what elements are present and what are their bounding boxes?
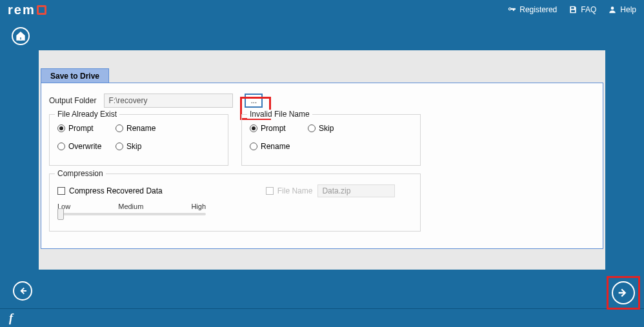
invalid-name-title: Invalid File Name xyxy=(247,110,312,119)
compression-slider[interactable] xyxy=(57,213,206,215)
compress-label: Compress Recovered Data xyxy=(69,186,163,195)
help-button[interactable]: Help xyxy=(608,5,636,14)
key-icon xyxy=(507,5,516,14)
logo-text: rem xyxy=(8,3,35,17)
content-panel: Save to Drive Output Folder ... File Alr… xyxy=(39,50,605,270)
option-groups-row: File Already Exist Prompt Rename Over xyxy=(49,114,595,166)
app-header: rem Registered FAQ Help xyxy=(0,0,644,19)
invalid-name-prompt-radio[interactable]: Prompt xyxy=(250,124,308,133)
file-exist-overwrite-radio[interactable]: Overwrite xyxy=(57,142,116,151)
footer: f xyxy=(0,308,644,327)
invalid-name-rename-label: Rename xyxy=(261,142,290,151)
output-folder-label: Output Folder xyxy=(49,96,96,105)
file-exist-skip-label: Skip xyxy=(126,142,141,151)
filename-label: File Name xyxy=(277,186,313,195)
tab-row: Save to Drive xyxy=(41,68,109,84)
home-button[interactable] xyxy=(12,27,30,45)
filename-box: File Name xyxy=(266,184,396,197)
file-exist-skip-radio[interactable]: Skip xyxy=(116,142,174,151)
slider-thumb[interactable] xyxy=(57,208,64,220)
file-exist-rename-label: Rename xyxy=(126,124,156,133)
home-icon xyxy=(15,31,26,41)
slider-medium-label: Medium xyxy=(118,203,143,210)
file-exist-prompt-radio[interactable]: Prompt xyxy=(57,124,116,133)
logo-square-icon xyxy=(37,5,46,15)
compress-checkbox[interactable] xyxy=(57,187,65,195)
slider-labels: Low Medium High xyxy=(57,203,206,210)
invalid-name-skip-label: Skip xyxy=(319,124,334,133)
facebook-icon[interactable]: f xyxy=(9,312,13,325)
svg-rect-1 xyxy=(20,37,22,40)
tab-save-to-drive[interactable]: Save to Drive xyxy=(41,68,109,84)
file-exist-rename-radio[interactable]: Rename xyxy=(116,124,174,133)
person-icon xyxy=(608,5,617,14)
invalid-name-group: Invalid File Name Prompt Skip Rename xyxy=(241,114,421,166)
faq-button[interactable]: FAQ xyxy=(569,5,596,14)
compression-title: Compression xyxy=(55,169,106,178)
svg-point-0 xyxy=(611,6,614,10)
forward-highlight-annotation xyxy=(607,276,640,310)
save-icon xyxy=(569,5,578,14)
invalid-name-skip-radio[interactable]: Skip xyxy=(308,124,366,133)
registered-button[interactable]: Registered xyxy=(507,5,557,14)
file-exist-overwrite-label: Overwrite xyxy=(68,142,101,151)
file-exist-group: File Already Exist Prompt Rename Over xyxy=(49,114,228,166)
faq-label: FAQ xyxy=(581,5,596,14)
file-exist-title: File Already Exist xyxy=(55,110,119,119)
main-area: Save to Drive Output Folder ... File Alr… xyxy=(0,19,644,308)
invalid-name-rename-radio[interactable]: Rename xyxy=(250,142,308,151)
app-logo: rem xyxy=(8,3,46,17)
invalid-name-prompt-label: Prompt xyxy=(261,124,286,133)
filename-input xyxy=(317,184,395,197)
back-button[interactable] xyxy=(13,281,32,301)
filename-checkbox xyxy=(266,187,274,195)
tab-content: Output Folder ... File Already Exist Pro… xyxy=(41,83,603,249)
registered-label: Registered xyxy=(519,5,557,14)
output-folder-input[interactable] xyxy=(104,94,233,108)
file-exist-prompt-label: Prompt xyxy=(68,124,94,133)
compression-group: Compression Compress Recovered Data File… xyxy=(49,173,421,232)
arrow-left-icon xyxy=(17,285,28,297)
slider-high-label: High xyxy=(191,203,206,210)
help-label: Help xyxy=(620,5,636,14)
output-folder-row: Output Folder ... xyxy=(49,94,595,108)
